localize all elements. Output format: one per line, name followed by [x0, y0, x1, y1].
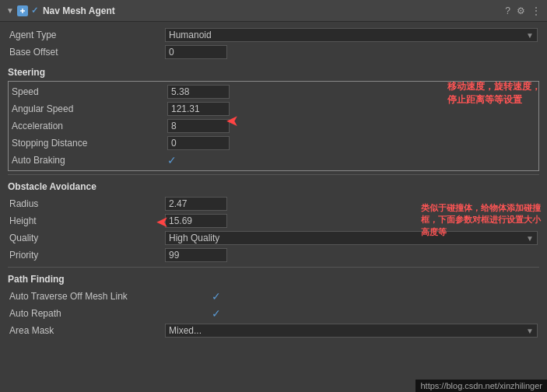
- acceleration-row: Acceleration: [9, 117, 538, 135]
- height-label: Height: [9, 215, 165, 226]
- height-input[interactable]: [165, 214, 227, 228]
- component-icon: [17, 5, 28, 16]
- acceleration-label: Acceleration: [12, 121, 167, 131]
- help-icon[interactable]: ?: [505, 5, 510, 16]
- quality-label: Quality: [9, 233, 165, 243]
- auto-repath-label: Auto Repath: [9, 308, 212, 319]
- angular-speed-input[interactable]: [167, 102, 230, 116]
- area-mask-row: Area Mask Mixed... ▼: [8, 322, 539, 339]
- auto-repath-row: Auto Repath ✓: [8, 305, 539, 322]
- obstacle-divider: [8, 174, 539, 175]
- agent-type-label: Agent Type: [9, 30, 165, 40]
- stopping-distance-label: Stopping Distance: [12, 138, 167, 149]
- stopping-distance-input[interactable]: [167, 136, 230, 150]
- collapse-arrow-icon[interactable]: ▼: [6, 6, 14, 15]
- agent-type-value: Humanoid: [169, 30, 212, 40]
- menu-icon[interactable]: ⋮: [531, 5, 541, 16]
- acceleration-input[interactable]: [167, 119, 230, 133]
- area-mask-value: Mixed...: [169, 325, 202, 336]
- title-actions: ? ⚙ ⋮: [505, 5, 541, 16]
- obstacle-arrow-icon: ➤: [156, 212, 169, 231]
- agent-type-arrow-icon: ▼: [526, 31, 534, 40]
- obstacle-section-header: Obstacle Avoidance: [8, 180, 539, 194]
- auto-braking-row: Auto Braking ✓: [9, 152, 538, 169]
- quality-value: High Quality: [169, 233, 219, 243]
- auto-traverse-label: Auto Traverse Off Mesh Link: [9, 291, 212, 302]
- steering-annotation: 移动速度，旋转速度，停止距离等等设置: [447, 80, 541, 107]
- radius-label: Radius: [9, 198, 165, 209]
- priority-row: Priority: [8, 247, 539, 264]
- base-offset-input[interactable]: [165, 45, 227, 59]
- agent-type-dropdown[interactable]: Humanoid ▼: [165, 28, 538, 42]
- radius-input[interactable]: [165, 197, 227, 211]
- auto-traverse-row: Auto Traverse Off Mesh Link ✓: [8, 288, 539, 305]
- stopping-distance-row: Stopping Distance: [9, 135, 538, 152]
- title-bar: ▼ ✓ Nav Mesh Agent ? ⚙ ⋮: [0, 0, 547, 22]
- angular-speed-label: Angular Speed: [12, 103, 167, 114]
- pathfinding-section-header: Path Finding: [8, 272, 539, 286]
- auto-braking-label: Auto Braking: [12, 155, 167, 166]
- steering-section-header: Steering: [8, 65, 539, 79]
- speed-label: Speed: [12, 86, 167, 97]
- area-mask-label: Area Mask: [9, 325, 165, 336]
- area-mask-dropdown[interactable]: Mixed... ▼: [165, 324, 538, 338]
- area-mask-arrow-icon: ▼: [526, 327, 534, 335]
- speed-input[interactable]: [167, 85, 230, 99]
- obstacle-annotation: 类似于碰撞体，给物体添加碰撞框，下面参数对框进行设置大小高度等: [421, 202, 541, 238]
- base-offset-label: Base Offset: [9, 47, 165, 58]
- footer-url: https://blog.csdn.net/xinzhilinger: [416, 380, 547, 392]
- title-icon-area: ▼ ✓: [6, 5, 38, 16]
- auto-braking-checkbox[interactable]: ✓: [167, 154, 177, 166]
- priority-input[interactable]: [165, 248, 227, 262]
- base-offset-row: Base Offset: [8, 44, 539, 61]
- auto-repath-checkbox[interactable]: ✓: [212, 307, 221, 320]
- agent-type-row: Agent Type Humanoid ▼: [8, 26, 539, 44]
- steering-arrow-icon: ➤: [226, 111, 239, 130]
- settings-icon[interactable]: ⚙: [517, 5, 525, 16]
- enable-checkbox[interactable]: ✓: [31, 5, 38, 16]
- priority-label: Priority: [9, 250, 165, 261]
- pathfinding-divider: [8, 267, 539, 268]
- component-content: Agent Type Humanoid ▼ Base Offset Steeri…: [0, 22, 547, 392]
- nav-mesh-agent-panel: ▼ ✓ Nav Mesh Agent ? ⚙ ⋮ Agent Type Huma…: [0, 0, 547, 392]
- auto-traverse-checkbox[interactable]: ✓: [212, 290, 221, 303]
- component-title: Nav Mesh Agent: [43, 5, 505, 16]
